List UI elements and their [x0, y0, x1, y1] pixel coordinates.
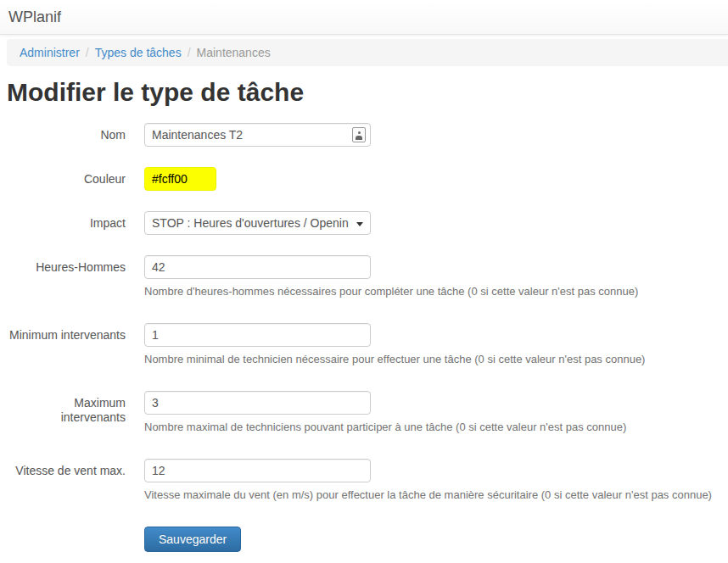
breadcrumb-current: Maintenances — [197, 46, 271, 59]
form-row-couleur: Couleur — [7, 167, 728, 191]
vitesse-vent-help: Vitesse maximale du vent (en m/s) pour e… — [144, 488, 712, 502]
impact-select[interactable]: STOP : Heures d'ouvertures / Openin — [144, 211, 371, 235]
form-row-heures-hommes: Heures-Hommes Nombre d'heures-hommes néc… — [7, 255, 728, 298]
min-intervenants-label: Minimum intervenants — [7, 323, 126, 343]
task-type-form: Nom Couleur Impact STOP : Heures d'ouver… — [0, 123, 728, 552]
breadcrumb-link-types-de-taches[interactable]: Types de tâches — [95, 46, 182, 59]
max-intervenants-help: Nombre maximal de techniciens pouvant pa… — [144, 421, 626, 434]
form-actions: Sauvegarder — [144, 527, 728, 552]
min-intervenants-help: Nombre minimal de technicien nécessaire … — [144, 353, 645, 366]
breadcrumb-separator: / — [182, 46, 197, 59]
form-row-vitesse-vent: Vitesse de vent max. Vitesse maximale du… — [7, 459, 728, 502]
breadcrumb-link-administrer[interactable]: Administrer — [20, 46, 80, 59]
max-intervenants-input[interactable] — [144, 391, 371, 415]
max-intervenants-label: Maximum intervenants — [7, 391, 126, 425]
autofill-icon[interactable] — [352, 127, 366, 142]
vitesse-vent-label: Vitesse de vent max. — [7, 459, 126, 478]
heures-hommes-input[interactable] — [144, 255, 371, 279]
impact-selected-value: STOP : Heures d'ouvertures / Openin — [145, 212, 370, 233]
form-row-nom: Nom — [7, 123, 728, 147]
form-row-max-intervenants: Maximum intervenants Nombre maximal de t… — [7, 391, 728, 434]
couleur-input[interactable] — [144, 167, 216, 191]
app-brand[interactable]: WPlanif — [0, 0, 74, 26]
nom-label: Nom — [7, 123, 126, 142]
breadcrumb: Administrer/Types de tâches/Maintenances — [7, 39, 728, 66]
form-row-min-intervenants: Minimum intervenants Nombre minimal de t… — [7, 323, 728, 366]
couleur-label: Couleur — [7, 167, 126, 187]
caret-down-icon — [356, 222, 363, 226]
impact-label: Impact — [7, 211, 126, 231]
min-intervenants-input[interactable] — [144, 323, 371, 347]
nom-input[interactable] — [144, 123, 371, 147]
form-row-impact: Impact STOP : Heures d'ouvertures / Open… — [7, 211, 728, 235]
vitesse-vent-input[interactable] — [144, 459, 371, 482]
heures-hommes-label: Heures-Hommes — [7, 255, 126, 275]
page-title: Modifier le type de tâche — [7, 79, 728, 106]
save-button[interactable]: Sauvegarder — [144, 527, 241, 552]
heures-hommes-help: Nombre d'heures-hommes nécessaires pour … — [144, 285, 638, 298]
breadcrumb-separator: / — [80, 46, 95, 59]
person-icon — [356, 131, 362, 140]
app-header: WPlanif — [0, 0, 728, 35]
